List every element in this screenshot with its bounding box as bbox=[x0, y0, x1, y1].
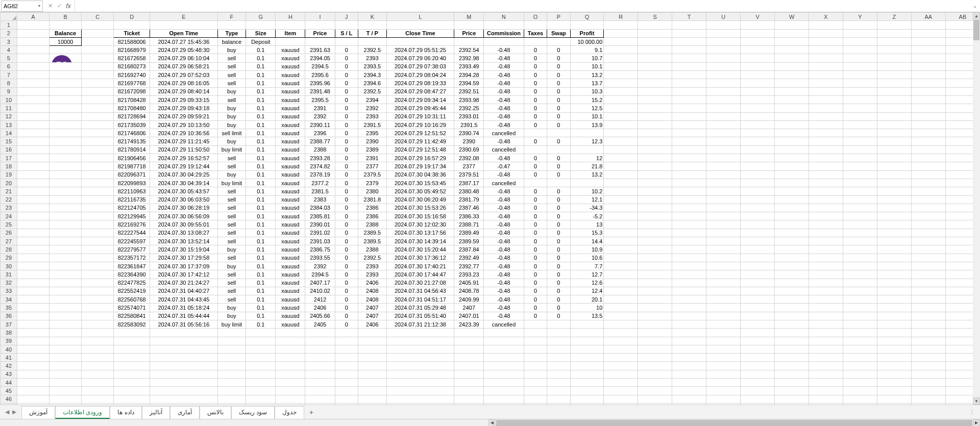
column-header-A[interactable]: A bbox=[17, 13, 49, 21]
cell-G28[interactable]: 0.1 bbox=[246, 245, 276, 254]
cell-Q34[interactable]: 20.1 bbox=[570, 295, 604, 304]
cell-AA5[interactable] bbox=[911, 54, 945, 62]
cell-D46[interactable] bbox=[114, 395, 150, 403]
cell-R24[interactable] bbox=[604, 212, 638, 220]
cell-N24[interactable]: -0.48 bbox=[484, 212, 524, 220]
column-header-D[interactable]: D bbox=[114, 13, 150, 21]
cell-W46[interactable] bbox=[775, 395, 809, 403]
cell-C21[interactable] bbox=[82, 187, 114, 195]
cell-X21[interactable] bbox=[809, 187, 843, 195]
cell-W45[interactable] bbox=[775, 387, 809, 395]
cell-P42[interactable] bbox=[547, 362, 570, 370]
cell-O9[interactable]: 0 bbox=[524, 87, 547, 95]
cell-E11[interactable]: 2024.07.29 09:43:18 bbox=[150, 104, 218, 112]
cell-D25[interactable]: 822169276 bbox=[114, 220, 150, 229]
cell-M47[interactable] bbox=[454, 403, 484, 405]
row-header-2[interactable]: 2 bbox=[1, 29, 17, 37]
row-header-19[interactable]: 19 bbox=[1, 170, 17, 179]
cell-Q45[interactable] bbox=[570, 387, 604, 395]
cell-Z36[interactable] bbox=[877, 312, 911, 320]
cancel-icon[interactable]: ✕ bbox=[46, 2, 54, 10]
cell-Q46[interactable] bbox=[570, 395, 604, 403]
cell-Z37[interactable] bbox=[877, 320, 911, 328]
cell-H14[interactable]: xauusd bbox=[276, 129, 305, 137]
cell-E18[interactable]: 2024.07.29 19:12:44 bbox=[150, 162, 218, 170]
cell-U36[interactable] bbox=[706, 312, 741, 320]
cell-T26[interactable] bbox=[672, 229, 706, 237]
cell-AA24[interactable] bbox=[911, 212, 945, 220]
cell-S17[interactable] bbox=[638, 154, 672, 162]
cell-H4[interactable]: xauusd bbox=[276, 46, 305, 54]
cell-H30[interactable]: xauusd bbox=[276, 262, 305, 270]
cell-H28[interactable]: xauusd bbox=[276, 245, 305, 254]
cell-A23[interactable] bbox=[17, 204, 49, 212]
cell-M31[interactable]: 2393.23 bbox=[454, 270, 484, 279]
cell-AA44[interactable] bbox=[911, 379, 945, 387]
cell-E27[interactable]: 2024.07.30 13:52:14 bbox=[150, 237, 218, 245]
cell-M13[interactable]: 2391.5 bbox=[454, 120, 484, 129]
scroll-right-icon[interactable]: ▶ bbox=[973, 419, 980, 427]
cell-Y26[interactable] bbox=[843, 229, 877, 237]
cell-K3[interactable] bbox=[358, 37, 387, 45]
cell-S30[interactable] bbox=[638, 262, 672, 270]
cell-O19[interactable]: 0 bbox=[524, 170, 547, 179]
cell-B29[interactable] bbox=[50, 254, 82, 262]
cell-G8[interactable]: 0.1 bbox=[246, 79, 276, 87]
cell-R14[interactable] bbox=[604, 129, 638, 137]
cell-M1[interactable] bbox=[454, 21, 484, 29]
cell-K46[interactable] bbox=[358, 395, 387, 403]
cell-V3[interactable] bbox=[741, 37, 775, 45]
cell-K34[interactable]: 2408 bbox=[358, 295, 387, 304]
cell-X23[interactable] bbox=[809, 204, 843, 212]
cell-L8[interactable]: 2024.07.29 08:19:33 bbox=[386, 79, 454, 87]
cell-L38[interactable] bbox=[386, 329, 454, 337]
cell-Y25[interactable] bbox=[843, 220, 877, 229]
cell-AA11[interactable] bbox=[911, 104, 945, 112]
cell-L11[interactable]: 2024.07.29 09:45:44 bbox=[386, 104, 454, 112]
cell-R3[interactable] bbox=[604, 37, 638, 45]
cell-F40[interactable] bbox=[217, 345, 246, 353]
cell-I24[interactable]: 2385.81 bbox=[305, 212, 335, 220]
cell-P20[interactable] bbox=[547, 179, 570, 187]
cell-V17[interactable] bbox=[741, 154, 775, 162]
sheet-tab-5[interactable]: بالانس bbox=[200, 406, 231, 419]
cell-A12[interactable] bbox=[17, 112, 49, 120]
cell-P35[interactable]: 0 bbox=[547, 304, 570, 312]
cell-N26[interactable]: -0.48 bbox=[484, 229, 524, 237]
cell-X6[interactable] bbox=[809, 62, 843, 70]
cell-S33[interactable] bbox=[638, 287, 672, 295]
cell-H5[interactable]: xauusd bbox=[276, 54, 305, 62]
cell-R29[interactable] bbox=[604, 254, 638, 262]
cell-Y46[interactable] bbox=[843, 395, 877, 403]
cell-I19[interactable]: 2378.19 bbox=[305, 170, 335, 179]
cell-P29[interactable]: 0 bbox=[547, 254, 570, 262]
cell-A11[interactable] bbox=[17, 104, 49, 112]
cell-H22[interactable]: xauusd bbox=[276, 195, 305, 204]
cell-Q47[interactable] bbox=[570, 403, 604, 405]
cell-E15[interactable]: 2024.07.29 11:21:45 bbox=[150, 137, 218, 145]
cell-AA25[interactable] bbox=[911, 220, 945, 229]
cell-M44[interactable] bbox=[454, 379, 484, 387]
cell-R13[interactable] bbox=[604, 120, 638, 129]
cell-G35[interactable]: 0.1 bbox=[246, 304, 276, 312]
cell-J36[interactable]: 0 bbox=[335, 312, 358, 320]
cell-B38[interactable] bbox=[50, 329, 82, 337]
cell-P17[interactable]: 0 bbox=[547, 154, 570, 162]
cell-Q17[interactable]: 12 bbox=[570, 154, 604, 162]
cell-O46[interactable] bbox=[524, 395, 547, 403]
cell-Y20[interactable] bbox=[843, 179, 877, 187]
cell-J46[interactable] bbox=[335, 395, 358, 403]
cell-G43[interactable] bbox=[246, 370, 276, 378]
cell-O40[interactable] bbox=[524, 345, 547, 353]
cell-D4[interactable]: 821668979 bbox=[114, 46, 150, 54]
cell-H39[interactable] bbox=[276, 337, 305, 345]
row-header-47[interactable]: 47 bbox=[1, 403, 17, 405]
cell-O10[interactable]: 0 bbox=[524, 95, 547, 104]
cell-Z23[interactable] bbox=[877, 204, 911, 212]
cell-L24[interactable]: 2024.07.30 15:16:58 bbox=[386, 212, 454, 220]
cell-AA41[interactable] bbox=[911, 354, 945, 362]
cell-F13[interactable]: buy bbox=[217, 120, 246, 129]
cell-N46[interactable] bbox=[484, 395, 524, 403]
cell-T24[interactable] bbox=[672, 212, 706, 220]
cell-O4[interactable]: 0 bbox=[524, 46, 547, 54]
